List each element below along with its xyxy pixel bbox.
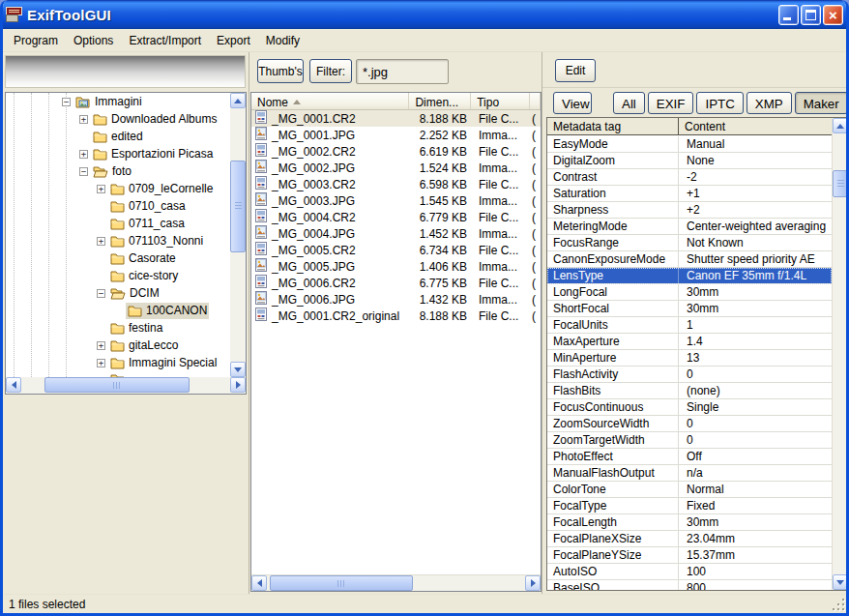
filter-input[interactable] (356, 59, 449, 84)
expand-icon[interactable]: + (97, 359, 105, 367)
metadata-row-easymode[interactable]: EasyModeManual (547, 136, 832, 153)
collapse-icon[interactable]: − (62, 98, 71, 106)
tree-item-0709-lecornelle[interactable]: +0709_leCornelle (6, 180, 230, 197)
metadata-row-autoiso[interactable]: AutoISO100 (547, 564, 832, 580)
menu-item-export[interactable]: Export (209, 31, 258, 50)
scroll-up-button[interactable] (230, 93, 246, 108)
menu-item-options[interactable]: Options (66, 31, 121, 50)
column-header-type[interactable]: Tipo (471, 93, 530, 109)
scroll-right-button[interactable] (230, 377, 246, 393)
tab-all[interactable]: All (613, 92, 645, 114)
collapse-icon[interactable]: − (79, 167, 88, 176)
tree-item-foto[interactable]: −foto (6, 162, 230, 180)
tree-item-071103-nonni[interactable]: +071103_Nonni (6, 232, 230, 249)
resize-grip[interactable] (832, 598, 844, 610)
tree-item-dcim[interactable]: −DCIM (6, 284, 230, 302)
scroll-down-button[interactable] (230, 362, 246, 377)
metadata-row-lenstype[interactable]: LensTypeCanon EF 35mm f/1.4L (547, 268, 832, 284)
menu-item-modify[interactable]: Modify (258, 31, 307, 50)
metadata-row-flashactivity[interactable]: FlashActivity0 (547, 367, 832, 383)
tree-item-immagini-special[interactable]: +Immagini Special (6, 354, 230, 371)
file-row-mg-0004-jpg[interactable]: _MG_0004.JPG1.452 KBImma...( (251, 225, 541, 242)
tree-item-edited[interactable]: edited (6, 128, 230, 145)
metadata-row-saturation[interactable]: Saturation+1 (547, 186, 832, 202)
tree-item-immagini[interactable]: −Immagini (6, 93, 230, 110)
file-row-mg-0001-cr2-original[interactable]: _MG_0001.CR2_original8.188 KBFile C...( (251, 308, 541, 324)
metadata-row-zoomtargetwidth[interactable]: ZoomTargetWidth0 (547, 432, 832, 449)
file-row-mg-0005-jpg[interactable]: _MG_0005.JPG1.406 KBImma...( (251, 258, 541, 275)
filter-button[interactable]: Filter: (309, 59, 352, 83)
tab-iptc[interactable]: IPTC (696, 92, 743, 114)
metadata-row-photoeffect[interactable]: PhotoEffectOff (547, 449, 832, 465)
file-row-mg-0004-cr2[interactable]: _MG_0004.CR26.779 KBFile C...( (251, 209, 541, 225)
metadata-row-colortone[interactable]: ColorToneNormal (547, 482, 832, 498)
scroll-up-button[interactable] (833, 118, 848, 133)
metadata-row-focalunits[interactable]: FocalUnits1 (547, 317, 832, 334)
scrollbar-thumb[interactable] (44, 377, 190, 393)
file-row-mg-0006-cr2[interactable]: _MG_0006.CR26.775 KBFile C...( (251, 275, 541, 291)
expand-icon[interactable]: + (79, 150, 88, 159)
tree-horizontal-scrollbar[interactable] (6, 377, 246, 394)
metadata-row-minaperture[interactable]: MinAperture13 (547, 350, 832, 367)
file-list-horizontal-scrollbar[interactable] (251, 574, 541, 591)
view-button[interactable]: View (553, 92, 592, 114)
metadata-row-focalplaneysize[interactable]: FocalPlaneYSize15.37mm (547, 547, 832, 564)
file-row-mg-0005-cr2[interactable]: _MG_0005.CR26.734 KBFile C...( (251, 242, 541, 258)
file-row-mg-0002-jpg[interactable]: _MG_0002.JPG1.524 KBImma...( (251, 160, 541, 176)
metadata-row-longfocal[interactable]: LongFocal30mm (547, 284, 832, 301)
metadata-row-canonexposuremode[interactable]: CanonExposureModeShutter speed priority … (547, 251, 832, 268)
close-button[interactable]: × (823, 5, 843, 25)
metadata-row-meteringmode[interactable]: MeteringModeCenter-weighted averaging (547, 219, 832, 235)
metadata-row-shortfocal[interactable]: ShortFocal30mm (547, 301, 832, 317)
file-row-mg-0001-cr2[interactable]: _MG_0001.CR28.188 KBFile C...( (251, 110, 541, 127)
metadata-row-focalplanexsize[interactable]: FocalPlaneXSize23.04mm (547, 531, 832, 547)
file-row-mg-0006-jpg[interactable]: _MG_0006.JPG1.432 KBImma...( (251, 291, 541, 308)
tab-xmp[interactable]: XMP (747, 92, 792, 114)
metadata-row-baseiso[interactable]: BaseISO800 (547, 580, 832, 590)
scrollbar-thumb[interactable] (270, 575, 413, 591)
tree-item-gitalecco[interactable]: +gitaLecco (6, 337, 230, 354)
scroll-right-button[interactable] (525, 575, 541, 591)
tab-maker[interactable]: Maker (795, 92, 848, 114)
column-header-name[interactable]: Nome (251, 93, 409, 109)
scrollbar-thumb[interactable] (833, 170, 848, 197)
file-row-mg-0003-cr2[interactable]: _MG_0003.CR26.598 KBFile C...( (251, 176, 541, 192)
edit-button[interactable]: Edit (555, 59, 596, 82)
expand-icon[interactable]: + (97, 185, 105, 193)
menu-item-extract-import[interactable]: Extract/Import (121, 31, 209, 50)
menu-item-program[interactable]: Program (6, 31, 66, 50)
file-row-mg-0003-jpg[interactable]: _MG_0003.JPG1.545 KBImma...( (251, 192, 541, 209)
collapse-icon[interactable]: − (97, 289, 105, 298)
tree-item-festina[interactable]: festina (6, 319, 230, 337)
expand-icon[interactable]: + (97, 341, 105, 350)
scroll-left-button[interactable] (6, 377, 21, 393)
metadata-row-focallength[interactable]: FocalLength30mm (547, 514, 832, 531)
metadata-row-manualflashoutput[interactable]: ManualFlashOutputn/a (547, 465, 832, 482)
metadata-vertical-scrollbar[interactable] (832, 118, 847, 590)
tree-vertical-scrollbar[interactable] (230, 93, 246, 377)
thumbs-button[interactable]: Thumb's (257, 59, 304, 83)
metadata-row-focuscontinuous[interactable]: FocusContinuousSingle (547, 399, 832, 416)
tree-item-cice-story[interactable]: cice-story (6, 267, 230, 284)
scroll-left-button[interactable] (251, 575, 267, 591)
tree-item-casorate[interactable]: Casorate (6, 249, 230, 267)
expand-icon[interactable]: + (97, 237, 105, 246)
metadata-row-focusrange[interactable]: FocusRangeNot Known (547, 235, 832, 251)
metadata-row-flashbits[interactable]: FlashBits(none) (547, 383, 832, 399)
tree-item-100canon[interactable]: 100CANON (6, 302, 230, 319)
metadata-row-zoomsourcewidth[interactable]: ZoomSourceWidth0 (547, 416, 832, 432)
minimize-button[interactable] (778, 5, 799, 25)
scrollbar-thumb[interactable] (230, 161, 246, 252)
metadata-row-maxaperture[interactable]: MaxAperture1.4 (547, 334, 832, 350)
scroll-down-button[interactable] (833, 574, 848, 590)
file-row-mg-0001-jpg[interactable]: _MG_0001.JPG2.252 KBImma...( (251, 127, 541, 143)
tab-exif[interactable]: EXIF (648, 92, 694, 114)
file-row-mg-0002-cr2[interactable]: _MG_0002.CR26.619 KBFile C...( (251, 143, 541, 160)
column-header-content[interactable]: Content (679, 118, 832, 134)
tree-item-esportazioni-picasa[interactable]: +Esportazioni Picasa (6, 145, 230, 162)
metadata-row-contrast[interactable]: Contrast-2 (547, 169, 832, 186)
metadata-row-sharpness[interactable]: Sharpness+2 (547, 202, 832, 219)
metadata-row-digitalzoom[interactable]: DigitalZoomNone (547, 153, 832, 169)
tree-item-0711-casa[interactable]: 0711_casa (6, 215, 230, 232)
column-header-metadata-tag[interactable]: Metadata tag (547, 118, 679, 134)
